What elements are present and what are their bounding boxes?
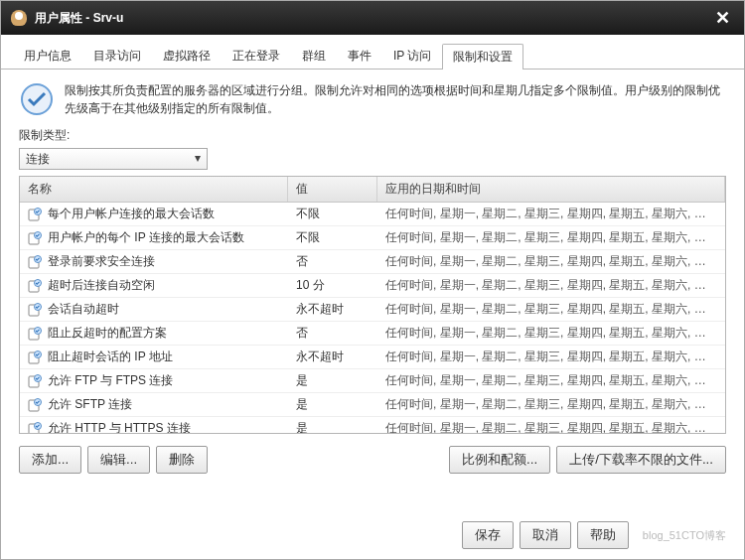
limit-item-icon xyxy=(28,398,42,412)
row-value: 否 xyxy=(288,322,377,345)
row-time: 任何时间, 星期一, 星期二, 星期三, 星期四, 星期五, 星期六, 星期日 xyxy=(377,322,725,345)
tab-1[interactable]: 目录访问 xyxy=(82,43,152,69)
row-value: 否 xyxy=(288,250,377,273)
limit-item-icon xyxy=(28,350,42,364)
limit-item-icon xyxy=(28,208,42,221)
table-row[interactable]: 允许 SFTP 连接是任何时间, 星期一, 星期二, 星期三, 星期四, 星期五… xyxy=(20,393,725,417)
titlebar: 用户属性 - Srv-u ✕ xyxy=(1,1,744,35)
tab-3[interactable]: 正在登录 xyxy=(222,43,291,69)
dialog-footer: 保存 取消 帮助 blog_51CTO博客 xyxy=(462,521,726,549)
watermark: blog_51CTO博客 xyxy=(643,528,726,543)
row-name: 每个用户帐户连接的最大会话数 xyxy=(48,206,215,222)
row-name: 会话自动超时 xyxy=(48,301,119,318)
table-row[interactable]: 每个用户帐户连接的最大会话数不限任何时间, 星期一, 星期二, 星期三, 星期四… xyxy=(20,203,725,226)
row-value: 不限 xyxy=(288,203,377,225)
row-name: 允许 HTTP 与 HTTPS 连接 xyxy=(48,420,191,433)
table-row[interactable]: 允许 HTTP 与 HTTPS 连接是任何时间, 星期一, 星期二, 星期三, … xyxy=(20,417,725,433)
grid-body[interactable]: 每个用户帐户连接的最大会话数不限任何时间, 星期一, 星期二, 星期三, 星期四… xyxy=(20,203,725,433)
row-value: 不限 xyxy=(288,226,377,249)
add-button[interactable]: 添加... xyxy=(19,446,81,474)
table-row[interactable]: 登录前要求安全连接否任何时间, 星期一, 星期二, 星期三, 星期四, 星期五,… xyxy=(20,250,725,274)
close-icon[interactable]: ✕ xyxy=(711,7,734,29)
limit-type-value: 连接 xyxy=(26,152,50,166)
user-properties-dialog: 用户属性 - Srv-u ✕ 用户信息目录访问虚拟路径正在登录群组事件IP 访问… xyxy=(0,0,745,560)
dialog-title: 用户属性 - Srv-u xyxy=(35,10,123,27)
delete-button[interactable]: 删除 xyxy=(156,446,208,474)
table-row[interactable]: 允许 FTP 与 FTPS 连接是任何时间, 星期一, 星期二, 星期三, 星期… xyxy=(20,369,725,393)
user-icon xyxy=(11,10,27,26)
tab-5[interactable]: 事件 xyxy=(337,43,382,69)
limit-item-icon xyxy=(28,327,42,341)
row-name: 阻止超时会话的 IP 地址 xyxy=(48,349,173,365)
row-value: 永不超时 xyxy=(288,346,377,368)
row-value: 10 分 xyxy=(288,274,377,297)
row-value: 是 xyxy=(288,369,377,392)
save-button[interactable]: 保存 xyxy=(462,521,514,549)
limit-type-label: 限制类型: xyxy=(19,127,726,144)
row-time: 任何时间, 星期一, 星期二, 星期三, 星期四, 星期五, 星期六, 星期日 xyxy=(377,226,725,249)
row-value: 是 xyxy=(288,393,377,416)
row-time: 任何时间, 星期一, 星期二, 星期三, 星期四, 星期五, 星期六, 星期日 xyxy=(377,393,725,416)
column-time[interactable]: 应用的日期和时间 xyxy=(377,177,725,202)
row-time: 任何时间, 星期一, 星期二, 星期三, 星期四, 星期五, 星期六, 星期日 xyxy=(377,274,725,297)
row-time: 任何时间, 星期一, 星期二, 星期三, 星期四, 星期五, 星期六, 星期日 xyxy=(377,346,725,368)
tab-2[interactable]: 虚拟路径 xyxy=(152,43,222,69)
grid-header: 名称 值 应用的日期和时间 xyxy=(20,177,725,203)
limit-item-icon xyxy=(28,374,42,388)
row-name: 允许 SFTP 连接 xyxy=(48,396,132,413)
table-row[interactable]: 会话自动超时永不超时任何时间, 星期一, 星期二, 星期三, 星期四, 星期五,… xyxy=(20,298,725,322)
limit-item-icon xyxy=(28,255,42,269)
row-value: 永不超时 xyxy=(288,298,377,321)
limit-type-dropdown[interactable]: 连接 xyxy=(19,148,208,170)
tabbar: 用户信息目录访问虚拟路径正在登录群组事件IP 访问限制和设置 xyxy=(1,35,744,70)
row-name: 用户帐户的每个 IP 连接的最大会话数 xyxy=(48,229,244,246)
limits-grid: 名称 值 应用的日期和时间 每个用户帐户连接的最大会话数不限任何时间, 星期一,… xyxy=(19,176,726,434)
unlimited-files-button[interactable]: 上传/下载率不限的文件... xyxy=(556,446,726,474)
row-name: 允许 FTP 与 FTPS 连接 xyxy=(48,372,173,389)
limit-item-icon xyxy=(28,231,42,245)
help-button[interactable]: 帮助 xyxy=(577,521,629,549)
limit-item-icon xyxy=(28,422,42,434)
cancel-button[interactable]: 取消 xyxy=(520,521,571,549)
ratio-quota-button[interactable]: 比例和配额... xyxy=(449,446,550,474)
column-value[interactable]: 值 xyxy=(288,177,377,202)
row-value: 是 xyxy=(288,417,377,433)
limit-item-icon xyxy=(28,279,42,293)
row-time: 任何时间, 星期一, 星期二, 星期三, 星期四, 星期五, 星期六, 星期日 xyxy=(377,298,725,321)
tab-6[interactable]: IP 访问 xyxy=(382,43,442,69)
row-time: 任何时间, 星期一, 星期二, 星期三, 星期四, 星期五, 星期六, 星期日 xyxy=(377,203,725,225)
table-row[interactable]: 阻止超时会话的 IP 地址永不超时任何时间, 星期一, 星期二, 星期三, 星期… xyxy=(20,346,725,369)
table-row[interactable]: 用户帐户的每个 IP 连接的最大会话数不限任何时间, 星期一, 星期二, 星期三… xyxy=(20,226,725,250)
column-name[interactable]: 名称 xyxy=(20,177,288,202)
table-row[interactable]: 超时后连接自动空闲10 分任何时间, 星期一, 星期二, 星期三, 星期四, 星… xyxy=(20,274,725,298)
row-name: 超时后连接自动空闲 xyxy=(48,277,155,294)
limits-icon xyxy=(19,81,55,117)
row-time: 任何时间, 星期一, 星期二, 星期三, 星期四, 星期五, 星期六, 星期日 xyxy=(377,417,725,433)
limit-item-icon xyxy=(28,303,42,317)
table-row[interactable]: 阻止反超时的配置方案否任何时间, 星期一, 星期二, 星期三, 星期四, 星期五… xyxy=(20,322,725,346)
row-time: 任何时间, 星期一, 星期二, 星期三, 星期四, 星期五, 星期六, 星期日 xyxy=(377,250,725,273)
edit-button[interactable]: 编辑... xyxy=(87,446,150,474)
tab-0[interactable]: 用户信息 xyxy=(13,43,82,69)
row-time: 任何时间, 星期一, 星期二, 星期三, 星期四, 星期五, 星期六, 星期日 xyxy=(377,369,725,392)
tab-7[interactable]: 限制和设置 xyxy=(442,44,523,70)
row-name: 阻止反超时的配置方案 xyxy=(48,325,167,342)
description-text: 限制按其所负责配置的服务器的区域进行分组。限制允许对相同的选项根据时间和星期几指… xyxy=(65,81,726,117)
row-name: 登录前要求安全连接 xyxy=(48,253,155,270)
tab-4[interactable]: 群组 xyxy=(291,43,337,69)
tab-content: 限制按其所负责配置的服务器的区域进行分组。限制允许对相同的选项根据时间和星期几指… xyxy=(1,70,744,486)
